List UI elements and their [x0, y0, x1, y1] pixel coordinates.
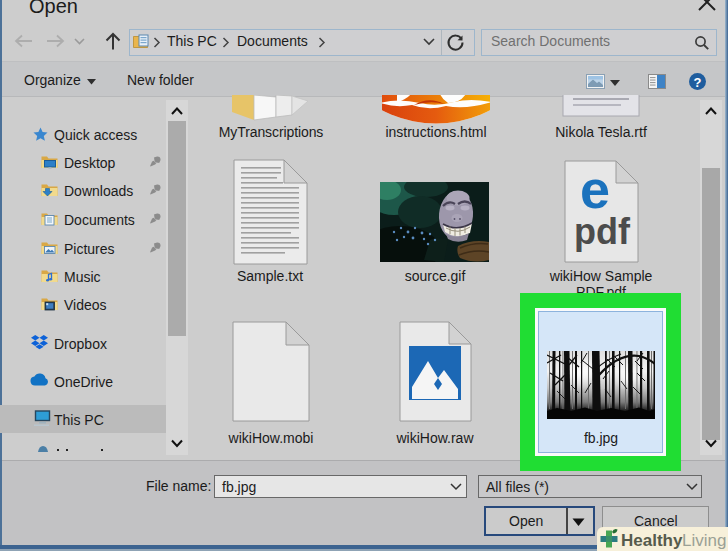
svg-text:pdf: pdf: [574, 211, 631, 252]
